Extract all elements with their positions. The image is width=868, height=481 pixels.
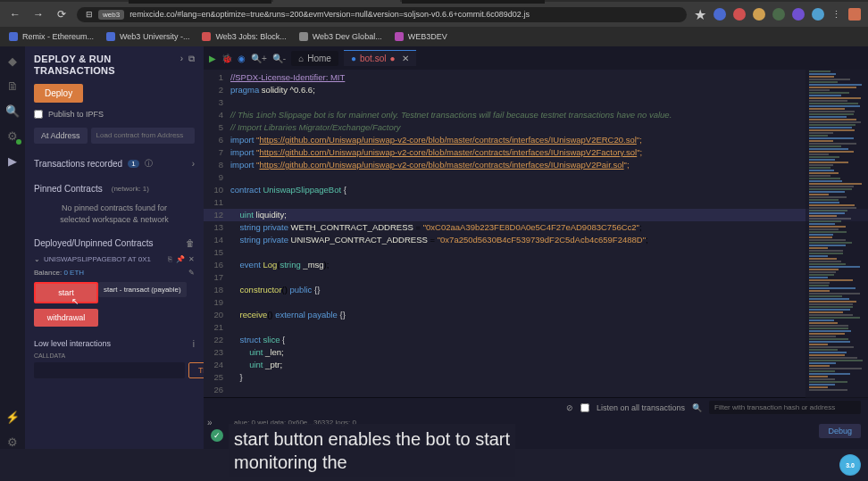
extension-icon[interactable] — [714, 8, 726, 21]
code-line[interactable]: 25 } — [204, 371, 868, 384]
code-line[interactable]: 7import "https://github.com/Uniswap/unis… — [204, 146, 868, 159]
close-tab-icon[interactable]: ✕ — [402, 54, 409, 63]
extension-icon[interactable] — [792, 8, 805, 21]
copy-icon[interactable]: ⎘ — [168, 255, 172, 263]
toggle-icon[interactable]: ◉ — [238, 54, 246, 63]
ipfs-checkbox[interactable] — [34, 110, 43, 119]
publish-ipfs-checkbox[interactable]: Publish to IPFS — [34, 110, 195, 119]
minimap[interactable] — [805, 70, 868, 400]
code-line[interactable]: 4// This 1inch Slippage bot is for mainn… — [204, 109, 868, 121]
play-icon[interactable]: ▶ — [209, 54, 216, 63]
code-line[interactable]: 19 — [204, 296, 868, 309]
extension-icon[interactable] — [812, 8, 824, 21]
info-icon[interactable]: ⓘ — [145, 158, 153, 170]
reload-icon[interactable]: ⟳ — [54, 8, 70, 21]
extensions-menu-icon[interactable]: ⋮ — [831, 9, 841, 21]
search-icon[interactable]: 🔍 — [5, 104, 20, 118]
transactions-recorded-label: Transactions recorded — [34, 159, 122, 169]
code-line[interactable]: 1//SPDX-License-Identifier: MIT — [204, 71, 868, 84]
start-button[interactable]: start start - transact (payable) ↖ — [34, 282, 98, 303]
forward-icon[interactable]: → — [30, 8, 46, 21]
extension-icon[interactable] — [733, 8, 746, 21]
address-bar[interactable]: ⊟ web3 remixcide.co/#lang=en&optimize=tr… — [77, 7, 687, 22]
profile-avatar[interactable] — [848, 8, 861, 21]
info-icon[interactable]: i — [193, 339, 195, 349]
file-explorer-icon[interactable]: 🗎 — [5, 79, 20, 93]
pin-icon[interactable]: 📌 — [176, 255, 185, 263]
terminal-search-input[interactable] — [709, 401, 861, 414]
panel-title: DEPLOY & RUN — [34, 54, 115, 65]
link-icon[interactable]: ⧉ — [188, 54, 195, 64]
compiler-icon[interactable]: ⚙ — [5, 129, 20, 143]
extension-icon[interactable] — [753, 8, 765, 21]
code-line[interactable]: 26 — [204, 384, 868, 396]
bookmark-item[interactable]: WEB3DEV — [395, 32, 447, 41]
bookmark-favicon — [395, 32, 404, 41]
debug-button[interactable]: Debug — [819, 424, 861, 438]
debug-icon[interactable]: 🐞 — [221, 54, 232, 63]
tab-home[interactable]: ⌂ Home — [291, 51, 338, 66]
chevron-right-icon[interactable]: › — [192, 159, 195, 169]
deployed-contract-row[interactable]: ⌄ UNISWAPSLIPPAGEBOT AT 0X1 ⎘ 📌 ✕ — [34, 255, 195, 263]
code-line[interactable]: 6import "https://github.com/Uniswap/unis… — [204, 134, 868, 146]
close-icon[interactable]: ✕ — [188, 255, 195, 263]
chevron-down-icon[interactable]: ⌄ — [34, 255, 40, 263]
code-line[interactable]: 13 string private WETH_CONTRACT_ADDRESS … — [204, 221, 868, 234]
bookmark-star-icon[interactable]: ★ — [694, 6, 706, 23]
zoom-out-icon[interactable]: 🔍- — [272, 54, 286, 63]
extension-icon[interactable] — [772, 8, 785, 21]
code-line[interactable]: 14 string private UNISWAP_CONTRACT_ADDRE… — [204, 234, 868, 246]
code-line[interactable]: 5// Import Libraries Migrator/Exchange/F… — [204, 121, 868, 134]
calldata-input[interactable] — [34, 362, 185, 378]
withdrawal-button[interactable]: withdrawal — [34, 309, 98, 327]
browser-toolbar: ← → ⟳ ⊟ web3 remixcide.co/#lang=en&optim… — [0, 2, 868, 27]
at-address-button[interactable]: At Address — [34, 128, 88, 144]
bookmark-item[interactable]: Remix - Ethereum... — [9, 32, 94, 41]
plugin-icon[interactable]: ⚡ — [5, 410, 20, 424]
code-line[interactable]: 21 — [204, 321, 868, 334]
bookmark-item[interactable]: Web3 University -... — [106, 32, 189, 41]
code-line[interactable]: 17 — [204, 271, 868, 284]
tooltip: start - transact (payable) — [98, 282, 187, 297]
code-line[interactable]: 23 uint _len; — [204, 346, 868, 359]
code-line[interactable]: 16 event Log(string _msg); — [204, 259, 868, 271]
code-line[interactable]: 8import "https://github.com/Uniswap/unis… — [204, 159, 868, 171]
code-line[interactable]: 12 uint liquidity; — [204, 209, 868, 221]
transact-button[interactable]: Transact — [188, 362, 204, 378]
trash-icon[interactable]: 🗑 — [186, 238, 195, 248]
code-line[interactable]: 22 struct slice { — [204, 334, 868, 346]
deploy-button[interactable]: Deploy — [34, 84, 83, 103]
settings-icon[interactable]: ⚙ — [5, 435, 20, 449]
code-line[interactable]: 20 receive() external payable {} — [204, 309, 868, 321]
edit-icon[interactable]: ✎ — [188, 269, 195, 277]
collapse-panel-icon[interactable]: » — [207, 418, 213, 427]
code-editor[interactable]: 1//SPDX-License-Identifier: MIT2pragma s… — [204, 70, 868, 397]
bookmark-item[interactable]: Web3 Jobs: Block... — [202, 32, 286, 41]
cursor-icon: ↖ — [71, 296, 79, 306]
tab-file[interactable]: ● bot.sol ● ✕ — [344, 50, 417, 66]
code-line[interactable]: 9 — [204, 171, 868, 184]
load-address-input[interactable]: Load contract from Address — [91, 128, 195, 144]
chevron-right-icon[interactable]: › — [180, 54, 183, 64]
site-info-icon[interactable]: ⊟ — [86, 10, 93, 19]
low-level-interactions-label: Low level interactions — [34, 339, 111, 348]
remix-logo-icon[interactable]: ◆ — [5, 54, 20, 68]
browser-tab[interactable]: Remix - Ethereum IDE✕ — [273, 0, 400, 4]
code-line[interactable]: 15 — [204, 246, 868, 259]
code-line[interactable]: 18 constructor() public {} — [204, 284, 868, 296]
code-line[interactable]: 10contract UniswapSlippageBot { — [204, 184, 868, 196]
code-line[interactable]: 3 — [204, 96, 868, 109]
zoom-in-icon[interactable]: 🔍+ — [251, 54, 267, 63]
ipfs-label: Publish to IPFS — [48, 110, 104, 119]
deploy-run-icon[interactable]: ▶ — [5, 153, 20, 168]
clear-console-icon[interactable]: ⊘ — [566, 403, 573, 412]
bookmark-item[interactable]: Web3 Dev Global... — [299, 32, 382, 41]
code-line[interactable]: 24 uint _ptr; — [204, 359, 868, 371]
code-line[interactable]: 11 — [204, 196, 868, 209]
browser-tab[interactable]: Wrapped Ether | Address 0x✕ — [402, 0, 545, 4]
listen-checkbox[interactable] — [580, 403, 589, 412]
back-icon[interactable]: ← — [7, 8, 23, 21]
search-icon[interactable]: 🔍 — [692, 403, 702, 412]
code-line[interactable]: 2pragma solidity ^0.6.6; — [204, 84, 868, 96]
browser-tab[interactable]: Ethereum Sniping Contract E✕ — [129, 0, 271, 4]
